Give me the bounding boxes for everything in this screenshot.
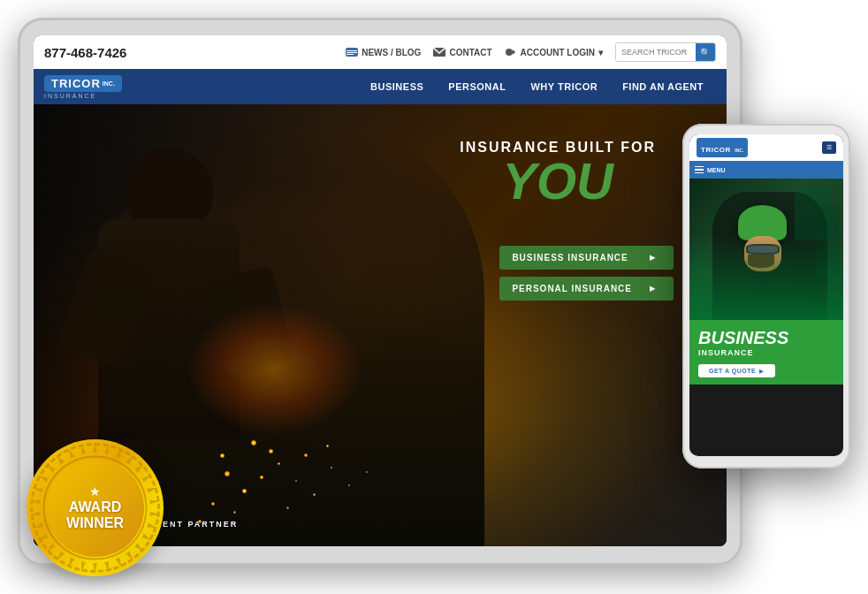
svg-marker-30 — [33, 485, 43, 492]
hero-you: YOU — [460, 156, 656, 207]
scene: 877-468-7426 NEWS / BLOG — [0, 0, 868, 594]
logo-insurance: INSURANCE — [44, 93, 96, 99]
svg-marker-21 — [93, 563, 97, 573]
nav-lines-icon — [695, 166, 704, 174]
phone-menu-label: MENU — [707, 167, 726, 173]
phone-screen: TRICOR INC. ☰ MENU — [689, 134, 843, 456]
svg-marker-15 — [147, 522, 157, 529]
svg-marker-25 — [45, 543, 56, 552]
svg-marker-34 — [66, 447, 74, 458]
svg-marker-6 — [93, 443, 97, 453]
award-outer-ring: ★ AWARD WINNER — [27, 439, 164, 576]
phone-device: TRICOR INC. ☰ MENU — [682, 124, 850, 468]
logo-area: TRICOR INC. INSURANCE — [44, 75, 122, 99]
search-input[interactable] — [616, 42, 696, 62]
svg-marker-35 — [80, 444, 86, 454]
phone-hero-overlay — [689, 179, 843, 320]
svg-point-36 — [44, 457, 147, 560]
svg-marker-7 — [104, 444, 110, 454]
svg-rect-1 — [346, 50, 357, 51]
contact-link[interactable]: CONTACT — [433, 48, 491, 57]
svg-marker-22 — [80, 561, 86, 572]
svg-marker-19 — [116, 558, 124, 568]
svg-marker-24 — [55, 552, 65, 562]
award-badge: ★ AWARD WINNER — [27, 439, 164, 576]
login-icon — [505, 48, 517, 57]
phone-business-sub: INSURANCE — [698, 348, 834, 357]
logo-inc: INC. — [103, 80, 115, 87]
nav-links: BUSINESS PERSONAL WHY TRICOR FIND AN AGE… — [358, 69, 716, 104]
phone-menu-btn[interactable]: ☰ — [822, 141, 836, 154]
svg-marker-31 — [38, 474, 49, 483]
svg-marker-8 — [116, 447, 124, 458]
top-bar-links: NEWS / BLOG CONTACT — [346, 42, 716, 62]
svg-marker-33 — [55, 454, 65, 465]
phone-quote-btn[interactable]: GET A QUOTE — [698, 364, 775, 377]
svg-marker-26 — [38, 534, 49, 543]
search-box: 🔍 — [615, 42, 716, 62]
svg-marker-12 — [147, 485, 157, 492]
svg-marker-32 — [45, 462, 56, 472]
phone-hero — [689, 179, 843, 320]
nav-personal[interactable]: PERSONAL — [436, 69, 518, 104]
svg-marker-11 — [141, 474, 152, 483]
phone-logo-text: TRICOR — [701, 146, 731, 154]
nav-why-tricor[interactable]: WHY TRICOR — [518, 69, 610, 104]
svg-rect-2 — [346, 52, 357, 53]
phone-number[interactable]: 877-468-7426 — [44, 45, 126, 60]
phone-business-title: BUSINESS — [698, 329, 834, 346]
logo-box[interactable]: TRICOR INC. — [44, 75, 122, 92]
hamburger-icon: ☰ — [826, 144, 832, 150]
hero-text-area: INSURANCE BUILT FOR YOU — [460, 140, 656, 207]
nav-bar: TRICOR INC. INSURANCE BUSINESS PERSONAL … — [34, 69, 727, 104]
phone-logo[interactable]: TRICOR INC. — [697, 138, 748, 157]
phone-business-card: BUSINESS INSURANCE GET A QUOTE — [689, 320, 843, 385]
business-insurance-btn[interactable]: BUSINESS INSURANCE — [499, 246, 674, 270]
svg-marker-14 — [149, 512, 159, 517]
svg-marker-18 — [126, 552, 135, 562]
nav-find-agent[interactable]: FIND AN AGENT — [610, 69, 716, 104]
phone-top-bar: TRICOR INC. ☰ — [689, 134, 843, 161]
svg-marker-17 — [134, 543, 145, 552]
svg-rect-3 — [346, 54, 354, 55]
nav-business[interactable]: BUSINESS — [358, 69, 436, 104]
search-button[interactable]: 🔍 — [696, 42, 715, 62]
search-icon: 🔍 — [700, 48, 711, 57]
logo-text: TRICOR — [51, 77, 101, 90]
news-blog-link[interactable]: NEWS / BLOG — [346, 48, 421, 57]
gear-teeth — [27, 439, 164, 576]
svg-marker-13 — [149, 499, 159, 504]
svg-marker-29 — [30, 499, 40, 504]
cta-buttons: BUSINESS INSURANCE PERSONAL INSURANCE — [499, 246, 674, 301]
svg-marker-20 — [104, 561, 110, 572]
svg-marker-23 — [66, 558, 74, 568]
account-login-link[interactable]: ACCOUNT LOGIN ▾ — [505, 48, 603, 57]
svg-marker-28 — [30, 512, 40, 517]
phone-logo-inc: INC. — [735, 148, 743, 153]
phone-nav: MENU — [689, 161, 843, 179]
envelope-icon — [433, 48, 445, 57]
svg-marker-16 — [141, 534, 152, 543]
svg-marker-10 — [134, 462, 145, 472]
svg-marker-9 — [126, 454, 135, 465]
svg-marker-27 — [33, 522, 43, 529]
top-bar: 877-468-7426 NEWS / BLOG — [34, 35, 727, 69]
personal-insurance-btn[interactable]: PERSONAL INSURANCE — [499, 277, 674, 301]
news-icon — [346, 48, 358, 57]
